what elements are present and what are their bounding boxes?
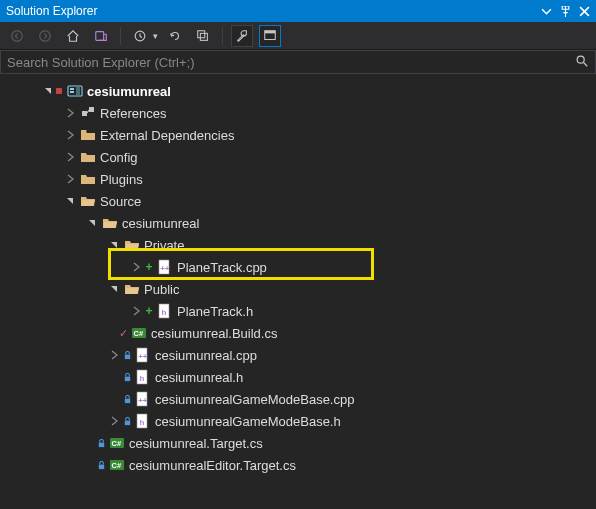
public-folder-node[interactable]: Public [0,278,596,300]
preview-button[interactable] [259,25,281,47]
collapse-icon[interactable] [64,195,76,207]
file-node[interactable]: C# cesiumunrealEditor.Target.cs [0,454,596,476]
svg-text:C#: C# [134,329,144,338]
expand-icon[interactable] [64,129,76,141]
svg-point-1 [40,30,51,41]
node-label: References [100,106,166,121]
git-lock-icon [122,373,132,382]
cs-file-icon: C# [131,325,147,341]
project-icon [67,83,83,99]
node-label: Private [144,238,184,253]
git-check-icon: ✓ [118,327,128,340]
source-node[interactable]: Source [0,190,596,212]
svg-text:h: h [140,418,145,427]
back-button[interactable] [6,25,28,47]
node-label: cesiumunreal [87,84,171,99]
expand-icon[interactable] [64,107,76,119]
private-folder-node[interactable]: Private [0,234,596,256]
dropdown-caret-icon[interactable]: ▾ [153,31,158,41]
collapse-icon[interactable] [86,217,98,229]
collapse-all-button[interactable] [192,25,214,47]
sync-view-button[interactable] [90,25,112,47]
git-added-icon: + [144,260,154,274]
references-icon [80,105,96,121]
expand-icon[interactable] [130,261,142,273]
file-node[interactable]: ++ cesiumunrealGameModeBase.cpp [0,388,596,410]
file-node[interactable]: ++ cesiumunreal.cpp [0,344,596,366]
search-bar[interactable] [0,50,596,74]
file-node[interactable]: h cesiumunreal.h [0,366,596,388]
refresh-button[interactable] [164,25,186,47]
node-label: PlaneTrack.h [177,304,253,319]
svg-rect-32 [98,442,103,447]
svg-rect-23 [124,376,129,381]
cs-file-icon: C# [109,435,125,451]
header-file-icon: h [135,369,151,385]
svg-text:++: ++ [138,396,148,405]
external-deps-node[interactable]: External Dependencies [0,124,596,146]
forward-button[interactable] [34,25,56,47]
search-icon[interactable] [575,54,589,71]
file-node[interactable]: + ++ PlaneTrack.cpp [0,256,596,278]
node-label: cesiumunrealGameModeBase.h [155,414,341,429]
node-label: cesiumunreal.Target.cs [129,436,263,451]
header-file-icon: h [135,413,151,429]
svg-rect-12 [82,111,87,116]
svg-rect-29 [124,420,129,425]
plugins-node[interactable]: Plugins [0,168,596,190]
git-added-icon: + [144,304,154,318]
node-label: cesiumunrealGameModeBase.cpp [155,392,354,407]
expand-icon[interactable] [64,173,76,185]
solution-tree: cesiumunreal References External Depende… [0,74,596,509]
home-button[interactable] [62,25,84,47]
expand-icon[interactable] [130,305,142,317]
search-input[interactable] [7,55,575,70]
expand-icon[interactable] [108,415,120,427]
dropdown-icon[interactable] [541,6,552,17]
panel-titlebar: Solution Explorer [0,0,596,22]
cs-file-icon: C# [109,457,125,473]
svg-text:h: h [162,308,167,317]
node-label: Config [100,150,138,165]
build-cs-file-node[interactable]: ✓ C# cesiumunreal.Build.cs [0,322,596,344]
node-label: Plugins [100,172,143,187]
node-label: cesiumunreal.h [155,370,243,385]
git-lock-icon [122,417,132,426]
svg-text:h: h [140,374,145,383]
properties-button[interactable] [231,25,253,47]
svg-rect-10 [70,88,74,90]
svg-text:C#: C# [112,439,122,448]
expand-icon[interactable] [108,349,120,361]
svg-rect-4 [198,30,205,37]
collapse-icon[interactable] [108,239,120,251]
svg-text:++: ++ [160,264,170,273]
expand-icon[interactable] [64,151,76,163]
config-node[interactable]: Config [0,146,596,168]
collapse-icon[interactable] [108,283,120,295]
header-file-icon: h [157,303,173,319]
pin-icon[interactable] [560,6,571,17]
references-node[interactable]: References [0,102,596,124]
status-indicator [56,88,62,94]
project-root-node[interactable]: cesiumunreal [0,80,596,102]
cpp-file-icon: ++ [135,347,151,363]
folder-open-icon [80,193,96,209]
file-node[interactable]: h cesiumunrealGameModeBase.h [0,410,596,432]
git-lock-icon [122,351,132,360]
file-node[interactable]: C# cesiumunreal.Target.cs [0,432,596,454]
history-button[interactable] [129,25,151,47]
cesium-folder-node[interactable]: cesiumunreal [0,212,596,234]
toolbar-separator [120,27,121,45]
collapse-icon[interactable] [42,85,54,97]
folder-open-icon [124,237,140,253]
svg-rect-7 [265,30,276,33]
file-node[interactable]: + h PlaneTrack.h [0,300,596,322]
svg-text:C#: C# [112,461,122,470]
folder-icon [80,149,96,165]
svg-rect-26 [124,398,129,403]
git-lock-icon [96,461,106,470]
node-label: External Dependencies [100,128,234,143]
panel-title: Solution Explorer [6,4,97,18]
svg-rect-5 [200,33,207,40]
close-icon[interactable] [579,6,590,17]
